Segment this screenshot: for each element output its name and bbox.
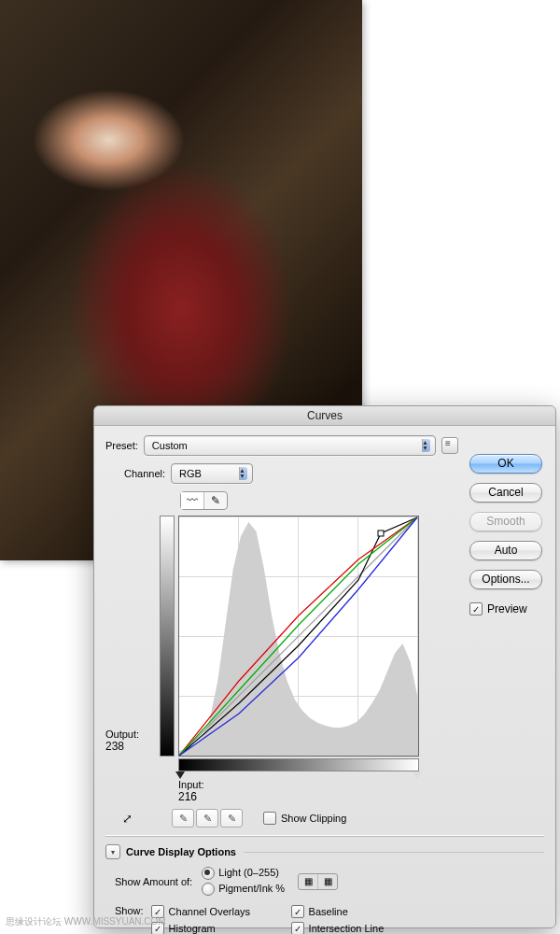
curves-dialog: Curves Preset: Custom ▲▼ Channel: RGB ▲▼… [93,405,556,928]
curve-display-heading: Curve Display Options [126,846,236,857]
baseline-checkbox[interactable]: ✓Baseline [291,905,431,918]
output-value: 238 [105,740,124,753]
histogram-checkbox[interactable]: ✓Histogram [151,922,291,934]
input-gradient[interactable] [178,758,419,771]
preset-menu-icon[interactable] [441,437,458,454]
black-eyedropper-icon[interactable]: ✎ [172,809,194,828]
pigment-radio[interactable]: Pigment/Ink % [202,883,285,896]
grid-size-toggle[interactable]: ▦▦ [298,873,338,890]
gray-eyedropper-icon[interactable]: ✎ [196,809,218,828]
input-value: 216 [178,790,544,803]
black-point-slider[interactable] [175,771,185,779]
hand-tool-icon[interactable]: ⤢ [122,812,133,826]
white-eyedropper-icon[interactable]: ✎ [220,809,243,828]
preset-value: Custom [152,440,188,451]
dialog-title: Curves [94,406,555,426]
show-amount-label: Show Amount of: [115,876,192,887]
channel-select[interactable]: RGB ▲▼ [171,463,253,484]
disclosure-triangle-icon[interactable]: ▾ [105,844,120,859]
curves-graph[interactable] [178,516,419,757]
ok-button[interactable]: OK [469,454,542,474]
channel-value: RGB [179,468,202,479]
watermark-text: 思缘设计论坛 WWW.MISSYUAN.COM [6,915,166,928]
curve-point-tool-icon[interactable]: 〰 [181,492,204,509]
preview-checkbox[interactable]: ✓Preview [469,602,542,616]
curve-pencil-tool-icon[interactable]: ✎ [204,492,227,509]
curves-overlay [179,517,418,756]
output-label: Output: [105,729,139,740]
smooth-button[interactable]: Smooth [469,512,542,531]
svg-rect-1 [378,531,384,536]
white-point-slider[interactable] [413,771,422,779]
auto-button[interactable]: Auto [469,541,542,560]
output-gradient [160,516,175,757]
curve-tool-toggle[interactable]: 〰 ✎ [180,491,228,510]
options-button[interactable]: Options... [469,570,542,589]
cancel-button[interactable]: Cancel [469,483,542,502]
input-label: Input: [178,779,544,790]
channel-overlays-checkbox[interactable]: ✓Channel Overlays [151,905,291,918]
preset-select[interactable]: Custom ▲▼ [144,435,436,456]
intersection-line-checkbox[interactable]: ✓Intersection Line [291,922,431,934]
preset-label: Preset: [105,440,138,451]
show-clipping-checkbox[interactable]: Show Clipping [263,812,346,825]
channel-label: Channel: [124,468,165,479]
light-radio[interactable]: Light (0–255) [202,867,285,880]
